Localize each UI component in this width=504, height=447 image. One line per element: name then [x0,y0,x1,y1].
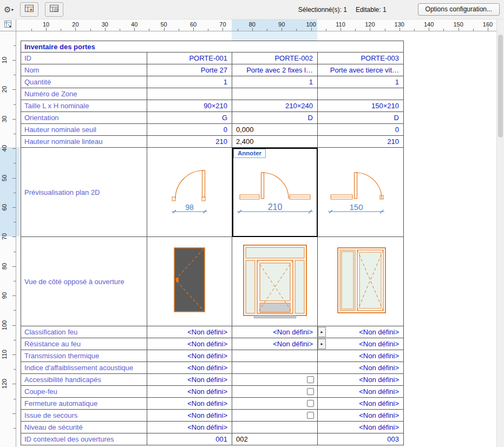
edit-scheme-button[interactable] [20,2,38,17]
schedule-cell[interactable] [232,398,318,410]
schedule-cell[interactable]: <Non défini> [147,422,232,433]
flyout-arrow-button[interactable]: ▸ [318,339,326,349]
cell-value: <Non défini> [359,328,399,336]
scheme-options-button[interactable] [45,2,63,17]
door-plan-preview[interactable]: 150 [318,148,404,237]
schedule-cell[interactable]: <Non défini> [318,422,404,433]
checkbox[interactable] [307,376,314,383]
schedule-cell[interactable]: <Non défini> [318,398,404,410]
schedule-cell[interactable]: 2,400 [232,136,318,148]
ruler-origin-icon [3,19,13,31]
ruler-number: 10 [38,21,54,28]
schedule-cell[interactable] [232,350,318,362]
ruler-tick [459,28,459,31]
schedule-cell[interactable]: <Non défini> [318,374,404,386]
schedule-cell[interactable]: 0,000 [232,124,318,136]
ruler-tick [12,236,16,237]
schedule-cell[interactable]: <Non défini> [318,350,404,362]
schedule-cell[interactable] [232,410,318,422]
ruler-number: 120 [362,21,377,28]
vertical-scrollbar[interactable] [496,19,504,447]
schedule-cell[interactable] [232,362,318,374]
schedule-cell[interactable]: <Non défini>▸ [232,338,318,350]
schedule-cell[interactable]: <Non défini> [318,410,404,422]
schedule-cell[interactable]: 210 [147,136,232,148]
schedule-cell[interactable]: Porte avec tierce vit… [318,64,404,76]
schedule-cell[interactable]: <Non défini> [147,338,232,350]
schedule-cell[interactable]: PORTE-003 [318,52,404,64]
schedule-row-label: Classification feu [21,326,147,338]
schedule-cell[interactable]: <Non défini> [147,386,232,398]
schedule-cell[interactable]: <Non défini> [147,398,232,410]
checkbox[interactable] [307,412,314,419]
schedule-cell[interactable]: 90×210 [147,100,232,112]
cell-value: <Non défini> [273,340,313,348]
ruler-tick [46,28,47,31]
schedule-cell[interactable]: <Non défini> [147,374,232,386]
ruler-number: 80 [245,21,260,28]
schedule-cell[interactable]: 210×240 [232,100,318,112]
ruler-origin-corner[interactable] [0,19,16,31]
flyout-arrow-button[interactable]: ▸ [318,327,326,337]
schedule-cell[interactable]: 0 [318,124,404,136]
schedule-cell[interactable]: Porte avec 2 fixes l… [232,64,318,76]
schedule-cell[interactable]: 0 [147,124,232,136]
ruler-number: 150 [451,21,466,28]
editable-count-label: Editable: 1 [356,6,387,14]
schedule-row-label: Fermeture automatique [21,398,147,410]
door-plan-preview[interactable]: 210Annoter [232,148,318,237]
schedule-cell[interactable]: 1 [147,76,232,88]
ruler-tick [222,28,223,31]
cell-value: 0,000 [236,126,254,134]
cell-value: 210×240 [285,102,313,110]
schedule-row-label: Taille L x H nominale [21,100,147,112]
annotate-button[interactable]: Annoter [233,149,266,158]
schedule-cell[interactable]: <Non défini> [318,338,404,350]
settings-flyout-button[interactable]: ⚙▸ [4,5,14,15]
schedule-cell[interactable]: D [318,112,404,124]
schedule-cell[interactable]: 1 [318,76,404,88]
schedule-cell[interactable] [232,88,318,100]
schedule-cell[interactable]: <Non défini> [147,362,232,374]
ruler-tick [14,369,16,370]
checkbox[interactable] [307,388,314,395]
scrollbar-thumb[interactable] [498,35,503,137]
schedule-cell[interactable]: <Non défini> [318,386,404,398]
schedule-cell[interactable] [318,88,404,100]
schedule-cell[interactable]: <Non défini> [147,350,232,362]
schedule-cell[interactable]: <Non défini> [318,326,404,338]
schedule-cell[interactable]: <Non défini>▸ [232,326,318,338]
schedule-cell[interactable] [147,88,232,100]
schedule-cell[interactable]: PORTE-002 [232,52,318,64]
ruler-tick [105,28,106,31]
door-elevation-view[interactable] [147,237,232,326]
ruler-tick [61,29,61,31]
door-elevation-view[interactable] [232,237,318,326]
schedule-cell[interactable] [232,374,318,386]
options-configuration-button[interactable]: Options configuration... [418,3,500,16]
schedule-cell[interactable]: 003 [318,433,404,445]
ruler-tick [12,148,16,149]
schedule-cell[interactable]: 001 [147,433,232,445]
schedule-cell[interactable]: 150×210 [318,100,404,112]
cell-value: 003 [387,435,399,443]
schedule-cell[interactable]: <Non défini> [147,410,232,422]
schedule-cell[interactable]: 210 [318,136,404,148]
schedule-row-label: Quantité [21,76,147,88]
cell-value: Porte avec tierce vit… [330,66,399,74]
door-plan-preview[interactable]: 98 [147,148,232,237]
schedule-cell[interactable] [232,386,318,398]
schedule-cell[interactable]: Porte 27 [147,64,232,76]
schedule-cell[interactable]: 1 [232,76,318,88]
schedule-cell[interactable] [232,422,318,433]
schedule-cell[interactable]: 002 [232,433,318,445]
schedule-cell[interactable]: D [232,112,318,124]
ruler-tick [14,281,16,281]
ruler-tick [75,28,76,31]
schedule-cell[interactable]: PORTE-001 [147,52,232,64]
schedule-cell[interactable]: <Non défini> [147,326,232,338]
door-elevation-view[interactable] [318,237,404,326]
schedule-cell[interactable]: <Non défini> [318,362,404,374]
schedule-cell[interactable]: G [147,112,232,124]
checkbox[interactable] [307,400,314,407]
